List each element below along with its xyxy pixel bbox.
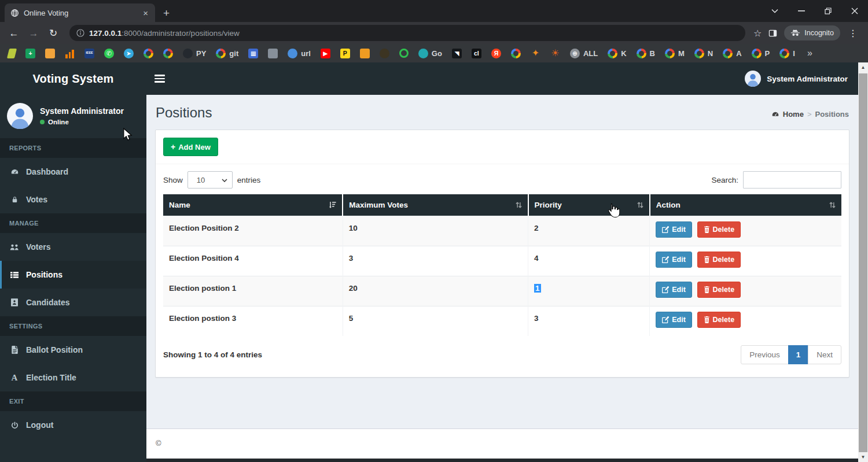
pagination-previous[interactable]: Previous: [741, 345, 789, 364]
navbar-user-name: System Administrator: [767, 75, 848, 83]
table-header-row: Name Maximum Votes Priority Action: [163, 194, 841, 216]
bookmarks-overflow[interactable]: »: [805, 49, 815, 58]
bookmark-camera[interactable]: [360, 49, 370, 58]
bookmark-cl[interactable]: cl: [472, 49, 481, 58]
browser-toolbar: ← → ↻ 127.0.0.1:8000/administrator/posit…: [0, 22, 868, 44]
edit-icon: [662, 256, 669, 263]
bookmark-google-k[interactable]: K: [608, 49, 626, 58]
edit-button[interactable]: Edit: [656, 252, 692, 268]
pagination-page-1[interactable]: 1: [788, 345, 809, 364]
new-tab-button[interactable]: +: [163, 8, 170, 19]
scroll-up-icon[interactable]: ▲: [858, 62, 868, 72]
table-row: Election postion 1 20 1 Edit Delete: [163, 276, 841, 306]
edit-button[interactable]: Edit: [656, 312, 692, 328]
page-info-icon[interactable]: [76, 29, 84, 37]
delete-button[interactable]: Delete: [697, 252, 741, 268]
bookmark-gray[interactable]: [268, 49, 278, 58]
window-chevron-icon[interactable]: [762, 0, 788, 22]
tab-close-icon[interactable]: ×: [142, 9, 149, 17]
bookmark-all[interactable]: ⊕ALL: [570, 49, 598, 58]
bookmark-youtube-icon: ▶: [321, 49, 330, 58]
selected-text: 1: [534, 284, 541, 293]
sidebar-item-positions[interactable]: Positions: [0, 261, 146, 289]
bookmark-google-b[interactable]: B: [637, 49, 655, 58]
delete-button[interactable]: Delete: [697, 282, 741, 298]
positions-table: Name Maximum Votes Priority Action Elect…: [163, 194, 841, 336]
bookmark-p[interactable]: P: [340, 49, 350, 58]
bookmark-google-git[interactable]: git: [216, 49, 238, 58]
bookmark-google-p[interactable]: P: [752, 49, 770, 58]
column-header-priority[interactable]: Priority: [528, 194, 650, 216]
window-restore-button[interactable]: [815, 0, 841, 22]
bookmark-sheets[interactable]: +: [25, 49, 35, 58]
search-input[interactable]: [743, 171, 841, 189]
bookmark-green-ring[interactable]: [399, 49, 409, 58]
column-header-max-votes[interactable]: Maximum Votes: [343, 194, 528, 216]
bookmark-google-n[interactable]: N: [694, 49, 713, 58]
bookmark-url[interactable]: url: [288, 49, 311, 58]
bookmark-spark[interactable]: ✦: [531, 49, 540, 58]
bookmark-go-icon: [418, 49, 428, 58]
bookmark-star-icon[interactable]: ☆: [753, 28, 762, 39]
navbar-user[interactable]: System Administrator: [745, 71, 848, 87]
column-header-action[interactable]: Action: [650, 194, 841, 216]
bookmark-ieee[interactable]: IEEE: [84, 49, 94, 58]
trash-icon: [704, 286, 710, 293]
bookmark-google-i[interactable]: I: [779, 49, 795, 58]
sidebar-item-voters[interactable]: Voters: [0, 233, 146, 261]
scrollbar-thumb[interactable]: [859, 73, 867, 452]
bookmark-eagle[interactable]: ◥: [452, 49, 462, 58]
chevron-down-icon: [222, 179, 227, 182]
bookmark-orange-box-icon: [45, 49, 55, 58]
breadcrumb-current: Positions: [815, 110, 849, 119]
cell-priority: 2: [528, 216, 650, 246]
bookmark-analytics[interactable]: [65, 49, 75, 58]
bookmark-cart[interactable]: [380, 49, 389, 58]
window-close-button[interactable]: [841, 0, 868, 22]
sidebar-item-dashboard[interactable]: Dashboard: [0, 158, 146, 186]
bookmark-google-1[interactable]: [144, 49, 153, 58]
url-bar[interactable]: 127.0.0.1:8000/administrator/positions/v…: [69, 25, 745, 41]
add-new-button[interactable]: + Add New: [163, 138, 218, 156]
column-header-name[interactable]: Name: [163, 194, 343, 216]
sidebar-item-ballot-position[interactable]: Ballot Position: [0, 336, 146, 364]
window-minimize-button[interactable]: [788, 0, 815, 22]
bookmark-sun[interactable]: ☀: [550, 49, 560, 58]
scrollbar[interactable]: ▲ ▼: [858, 62, 868, 462]
bookmark-google-3[interactable]: [511, 49, 521, 58]
browser-menu-icon[interactable]: ⋮: [844, 28, 862, 39]
pagination-next[interactable]: Next: [808, 345, 841, 364]
scroll-down-icon[interactable]: ▼: [858, 452, 868, 462]
edit-button[interactable]: Edit: [656, 282, 692, 298]
side-panel-icon[interactable]: [765, 29, 781, 38]
edit-button[interactable]: Edit: [656, 221, 692, 238]
bookmark-slant[interactable]: [8, 49, 16, 58]
bookmark-yandex[interactable]: Я: [491, 49, 501, 58]
bookmark-google-m[interactable]: M: [665, 49, 685, 58]
sidebar-toggle-button[interactable]: [155, 75, 165, 83]
avatar: [7, 103, 33, 129]
sidebar-item-candidates[interactable]: Candidates: [0, 289, 146, 316]
page-length-select[interactable]: 10: [187, 171, 233, 189]
delete-button[interactable]: Delete: [697, 312, 741, 328]
globe-favicon-icon: [10, 9, 19, 17]
bookmark-whatsapp[interactable]: ✆: [104, 49, 114, 58]
bookmark-github-py[interactable]: PY: [183, 49, 206, 58]
reload-button[interactable]: ↻: [45, 28, 61, 38]
delete-button[interactable]: Delete: [697, 221, 741, 238]
breadcrumb-home[interactable]: Home: [783, 110, 804, 119]
sidebar-item-logout[interactable]: Logout: [0, 411, 146, 439]
forward-button[interactable]: →: [25, 28, 42, 38]
bookmark-telegram[interactable]: ➤: [124, 49, 134, 58]
trash-icon: [704, 226, 710, 233]
bookmark-google-a[interactable]: A: [723, 49, 741, 58]
browser-tab[interactable]: Online Voting ×: [5, 3, 155, 22]
sidebar-item-election-title[interactable]: A Election Title: [0, 364, 146, 391]
back-button[interactable]: ←: [6, 28, 22, 38]
bookmark-youtube[interactable]: ▶: [321, 49, 330, 58]
bookmark-blue-grid[interactable]: ▦: [248, 49, 258, 58]
bookmark-go[interactable]: Go: [418, 49, 442, 58]
bookmark-google-2[interactable]: [163, 49, 173, 58]
bookmark-orange-box[interactable]: [45, 49, 55, 58]
sidebar-item-votes[interactable]: Votes: [0, 186, 146, 213]
